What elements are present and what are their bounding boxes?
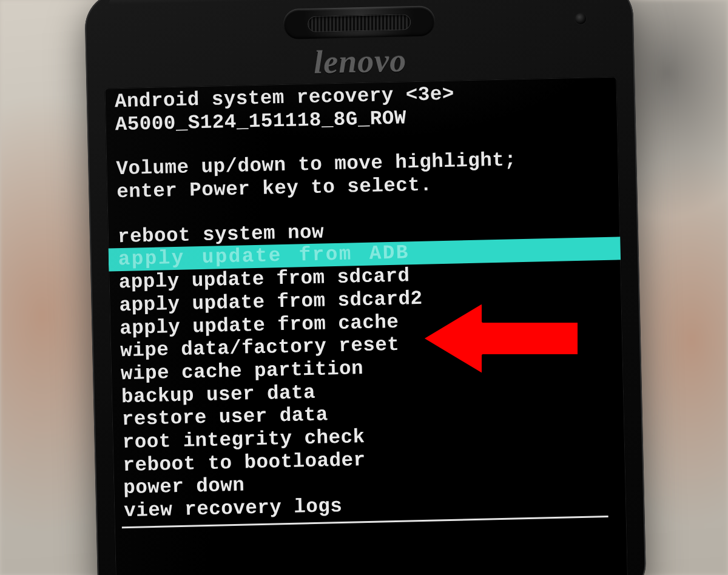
phone-screen: Android system recovery <3e> A5000_S124_… bbox=[104, 76, 628, 575]
recovery-menu[interactable]: reboot system now apply update from ADB … bbox=[108, 214, 627, 523]
android-recovery: Android system recovery <3e> A5000_S124_… bbox=[104, 76, 626, 528]
earpiece-speaker bbox=[283, 5, 436, 39]
notification-led bbox=[575, 13, 586, 24]
phone-body: lenovo Android system recovery <3e> A500… bbox=[84, 0, 647, 575]
